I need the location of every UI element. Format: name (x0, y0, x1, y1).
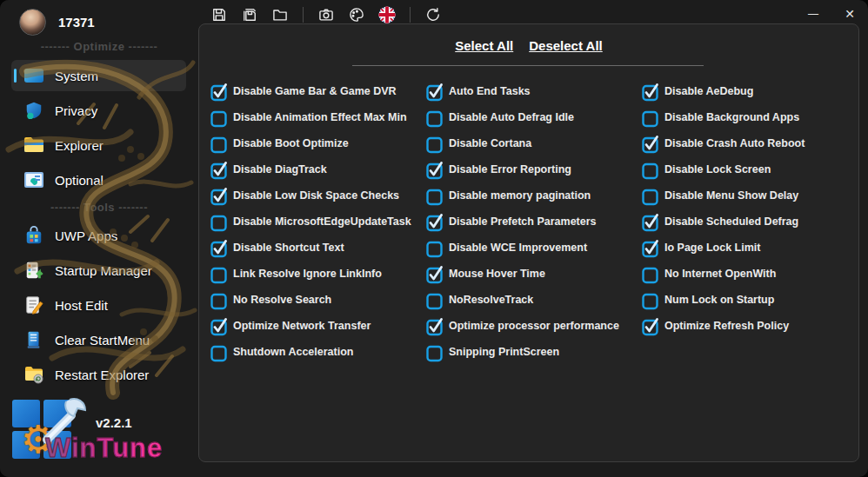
checkbox-unchecked-icon[interactable] (210, 344, 227, 361)
checkbox-unchecked-icon[interactable] (426, 136, 443, 152)
checkbox-checked-icon[interactable] (642, 240, 658, 256)
open-folder-icon (271, 6, 289, 23)
checkbox-label: No Internet OpenWith (664, 268, 776, 280)
checkbox-item[interactable]: No Resolve Search (210, 287, 426, 313)
sidebar-item-host-edit[interactable]: Host Edit (11, 289, 186, 321)
checkbox-unchecked-icon[interactable] (642, 109, 658, 126)
checkbox-item[interactable]: Disable Crash Auto Reboot (642, 130, 858, 156)
checkbox-item[interactable]: Mouse Hover Time (426, 261, 642, 287)
checkbox-item[interactable]: Disable Shortcut Text (210, 235, 426, 261)
checkbox-checked-icon[interactable] (210, 318, 227, 335)
tweaks-column-2: Auto End Tasks Disable Auto Defrag Idle … (426, 78, 642, 365)
selected-accent-bar (14, 173, 17, 187)
checkbox-label: Link Resolve Ignore LinkInfo (233, 268, 382, 280)
checkbox-checked-icon[interactable] (642, 214, 658, 230)
selected-accent-bar (14, 138, 17, 152)
checkbox-item[interactable]: Disable AeDebug (642, 78, 858, 104)
checkbox-unchecked-icon[interactable] (426, 292, 443, 308)
checkbox-item[interactable]: Disable Background Apps (642, 104, 858, 130)
checkbox-checked-icon[interactable] (210, 240, 227, 256)
checkbox-item[interactable]: Disable Scheduled Defrag (642, 209, 858, 235)
checkbox-unchecked-icon[interactable] (426, 109, 443, 126)
checkbox-unchecked-icon[interactable] (642, 266, 658, 282)
checkbox-checked-icon[interactable] (642, 136, 658, 152)
sidebar-item-privacy[interactable]: Privacy (11, 95, 186, 126)
checkbox-unchecked-icon[interactable] (642, 162, 658, 178)
checkbox-checked-icon[interactable] (642, 83, 658, 100)
checkbox-item[interactable]: Link Resolve Ignore LinkInfo (210, 261, 426, 287)
checkbox-label: Disable Menu Show Delay (664, 189, 798, 202)
sidebar-item-label: Optional (55, 173, 103, 188)
folder-refresh-icon (23, 365, 44, 384)
checkbox-item[interactable]: Disable Boot Optimize (210, 130, 426, 156)
checkbox-label: Disable Game Bar & Game DVR (233, 85, 397, 97)
checkbox-unchecked-icon[interactable] (210, 292, 227, 308)
sidebar-item-restart-explorer[interactable]: Restart Explorer (11, 359, 186, 390)
checkbox-item[interactable]: Num Lock on Startup (642, 287, 858, 313)
sidebar-item-clear-startmenu[interactable]: Clear StartMenu (11, 324, 186, 355)
checkbox-checked-icon[interactable] (426, 266, 443, 282)
select-all-link[interactable]: Select All (455, 38, 513, 53)
app-window: 17371 ------- Optimize ------- ------- T… (0, 0, 868, 477)
checkbox-item[interactable]: Disable MicrosoftEdgeUpdateTask (210, 209, 426, 235)
sidebar-item-optional[interactable]: Optional (11, 164, 186, 195)
sidebar-item-explorer[interactable]: Explorer (11, 129, 186, 161)
checkbox-unchecked-icon[interactable] (210, 266, 227, 282)
checkbox-item[interactable]: Auto End Tasks (426, 78, 642, 104)
checkbox-item[interactable]: Disable Auto Defrag Idle (426, 104, 642, 130)
checkbox-item[interactable]: Snipping PrintScreen (426, 339, 642, 365)
checkbox-label: Disable Animation Effect Max Min (233, 111, 407, 123)
checkbox-item[interactable]: Disable Lock Screen (642, 156, 858, 182)
checkbox-item[interactable]: Disable Low Disk Space Checks (210, 182, 426, 209)
checkbox-unchecked-icon[interactable] (642, 188, 658, 204)
checkbox-item[interactable]: Disable Game Bar & Game DVR (210, 78, 426, 104)
sidebar-item-label: Host Edit (55, 298, 108, 313)
checkbox-unchecked-icon[interactable] (210, 214, 227, 230)
checkbox-item[interactable]: Disable Cortana (426, 130, 642, 156)
checkbox-checked-icon[interactable] (426, 214, 443, 230)
logo-wordmark: WinTune (45, 433, 163, 464)
sidebar: 17371 ------- Optimize ------- ------- T… (0, 0, 198, 477)
checkbox-item[interactable]: Disable Animation Effect Max Min (210, 104, 426, 130)
checkbox-checked-icon[interactable] (426, 162, 443, 178)
checkbox-checked-icon[interactable] (210, 188, 227, 204)
checkbox-item[interactable]: Disable memory pagination (426, 182, 642, 209)
checkbox-item[interactable]: Disable Menu Show Delay (642, 182, 858, 209)
checkbox-item[interactable]: Io Page Lock Limit (642, 235, 858, 261)
checkbox-item[interactable]: Disable WCE Improvement (426, 235, 642, 261)
checkbox-checked-icon[interactable] (426, 83, 443, 100)
checkbox-item[interactable]: Optimize Refresh Policy (642, 313, 858, 339)
checkbox-checked-icon[interactable] (210, 162, 227, 178)
toolbar-separator (303, 7, 304, 23)
main-panel: Select All Deselect All Disable Game Bar… (198, 23, 859, 462)
checkbox-item[interactable]: Optimize Network Transfer (210, 313, 426, 339)
checkbox-unchecked-icon[interactable] (210, 136, 227, 152)
checkbox-label: Disable Cortana (449, 137, 531, 149)
sidebar-item-system[interactable]: System (11, 60, 186, 91)
checkbox-checked-icon[interactable] (426, 318, 443, 335)
checkbox-item[interactable]: Shutdown Acceleration (210, 339, 426, 365)
sidebar-item-startup-manager[interactable]: Startup Manager (11, 255, 186, 286)
checkbox-unchecked-icon[interactable] (426, 240, 443, 256)
checkbox-label: Disable Background Apps (664, 111, 799, 123)
document-edit-icon (23, 295, 44, 315)
checkbox-unchecked-icon[interactable] (426, 188, 443, 204)
sidebar-item-uwp-apps[interactable]: UWP Apps (11, 220, 186, 251)
checkbox-item[interactable]: Optimize processor performance (426, 313, 642, 339)
deselect-all-link[interactable]: Deselect All (529, 38, 603, 53)
checkbox-item[interactable]: NoResolveTrack (426, 287, 642, 313)
checkbox-checked-icon[interactable] (642, 318, 658, 335)
checkbox-unchecked-icon[interactable] (426, 344, 443, 361)
section-optimize-label: ------- Optimize ------- (0, 40, 198, 53)
checkbox-item[interactable]: Disable Error Reporting (426, 156, 642, 182)
checkbox-label: Shutdown Acceleration (233, 346, 353, 358)
checkbox-item[interactable]: Disable Prefetch Parameters (426, 209, 642, 235)
checkbox-item[interactable]: No Internet OpenWith (642, 261, 858, 287)
checkbox-unchecked-icon[interactable] (642, 292, 658, 308)
startmenu-list-icon (23, 330, 44, 349)
selected-accent-bar (14, 263, 17, 277)
checkbox-item[interactable]: Disable DiagTrack (210, 156, 426, 182)
checkbox-checked-icon[interactable] (210, 83, 227, 100)
checkbox-unchecked-icon[interactable] (210, 109, 227, 126)
checkbox-label: Auto End Tasks (449, 85, 531, 97)
